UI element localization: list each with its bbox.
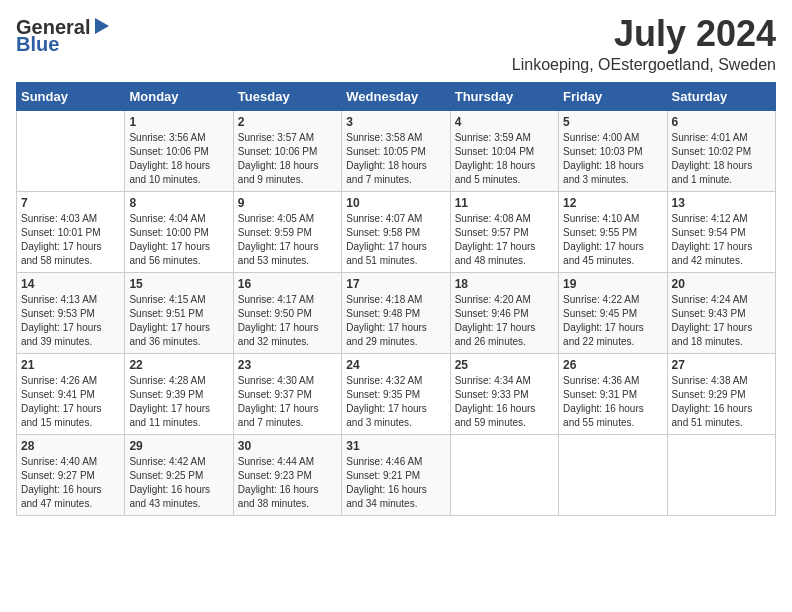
location-subtitle: Linkoeping, OEstergoetland, Sweden <box>512 56 776 74</box>
calendar-cell: 13Sunrise: 4:12 AMSunset: 9:54 PMDayligh… <box>667 192 775 273</box>
day-detail: Sunrise: 4:26 AMSunset: 9:41 PMDaylight:… <box>21 374 120 430</box>
calendar-cell <box>559 435 667 516</box>
day-detail: Sunrise: 4:12 AMSunset: 9:54 PMDaylight:… <box>672 212 771 268</box>
day-detail: Sunrise: 4:03 AMSunset: 10:01 PMDaylight… <box>21 212 120 268</box>
calendar-cell: 15Sunrise: 4:15 AMSunset: 9:51 PMDayligh… <box>125 273 233 354</box>
header-title-block: July 2024 Linkoeping, OEstergoetland, Sw… <box>512 16 776 74</box>
calendar-week-row: 28Sunrise: 4:40 AMSunset: 9:27 PMDayligh… <box>17 435 776 516</box>
calendar-cell: 1Sunrise: 3:56 AMSunset: 10:06 PMDayligh… <box>125 111 233 192</box>
day-detail: Sunrise: 4:17 AMSunset: 9:50 PMDaylight:… <box>238 293 337 349</box>
day-number: 22 <box>129 358 228 372</box>
calendar-cell: 27Sunrise: 4:38 AMSunset: 9:29 PMDayligh… <box>667 354 775 435</box>
day-detail: Sunrise: 4:00 AMSunset: 10:03 PMDaylight… <box>563 131 662 187</box>
svg-marker-0 <box>95 18 109 34</box>
day-detail: Sunrise: 4:20 AMSunset: 9:46 PMDaylight:… <box>455 293 554 349</box>
day-number: 11 <box>455 196 554 210</box>
day-detail: Sunrise: 4:30 AMSunset: 9:37 PMDaylight:… <box>238 374 337 430</box>
calendar-cell: 2Sunrise: 3:57 AMSunset: 10:06 PMDayligh… <box>233 111 341 192</box>
day-detail: Sunrise: 3:59 AMSunset: 10:04 PMDaylight… <box>455 131 554 187</box>
calendar-cell: 21Sunrise: 4:26 AMSunset: 9:41 PMDayligh… <box>17 354 125 435</box>
day-detail: Sunrise: 4:40 AMSunset: 9:27 PMDaylight:… <box>21 455 120 511</box>
calendar-cell: 9Sunrise: 4:05 AMSunset: 9:59 PMDaylight… <box>233 192 341 273</box>
day-detail: Sunrise: 4:18 AMSunset: 9:48 PMDaylight:… <box>346 293 445 349</box>
day-number: 1 <box>129 115 228 129</box>
month-year-title: July 2024 <box>512 16 776 52</box>
calendar-week-row: 14Sunrise: 4:13 AMSunset: 9:53 PMDayligh… <box>17 273 776 354</box>
col-header-tuesday: Tuesday <box>233 83 341 111</box>
calendar-week-row: 7Sunrise: 4:03 AMSunset: 10:01 PMDayligh… <box>17 192 776 273</box>
col-header-friday: Friday <box>559 83 667 111</box>
day-number: 2 <box>238 115 337 129</box>
calendar-cell: 20Sunrise: 4:24 AMSunset: 9:43 PMDayligh… <box>667 273 775 354</box>
day-detail: Sunrise: 3:57 AMSunset: 10:06 PMDaylight… <box>238 131 337 187</box>
day-number: 15 <box>129 277 228 291</box>
calendar-cell <box>450 435 558 516</box>
day-detail: Sunrise: 4:28 AMSunset: 9:39 PMDaylight:… <box>129 374 228 430</box>
day-number: 27 <box>672 358 771 372</box>
calendar-header-row: SundayMondayTuesdayWednesdayThursdayFrid… <box>17 83 776 111</box>
calendar-cell: 30Sunrise: 4:44 AMSunset: 9:23 PMDayligh… <box>233 435 341 516</box>
col-header-wednesday: Wednesday <box>342 83 450 111</box>
day-detail: Sunrise: 4:34 AMSunset: 9:33 PMDaylight:… <box>455 374 554 430</box>
day-detail: Sunrise: 4:32 AMSunset: 9:35 PMDaylight:… <box>346 374 445 430</box>
day-number: 24 <box>346 358 445 372</box>
day-number: 4 <box>455 115 554 129</box>
calendar-cell <box>17 111 125 192</box>
day-detail: Sunrise: 4:15 AMSunset: 9:51 PMDaylight:… <box>129 293 228 349</box>
calendar-cell: 22Sunrise: 4:28 AMSunset: 9:39 PMDayligh… <box>125 354 233 435</box>
calendar-week-row: 21Sunrise: 4:26 AMSunset: 9:41 PMDayligh… <box>17 354 776 435</box>
day-number: 30 <box>238 439 337 453</box>
day-number: 8 <box>129 196 228 210</box>
logo: General Blue <box>16 16 111 56</box>
day-detail: Sunrise: 4:04 AMSunset: 10:00 PMDaylight… <box>129 212 228 268</box>
day-number: 23 <box>238 358 337 372</box>
calendar-cell: 5Sunrise: 4:00 AMSunset: 10:03 PMDayligh… <box>559 111 667 192</box>
calendar-cell: 17Sunrise: 4:18 AMSunset: 9:48 PMDayligh… <box>342 273 450 354</box>
calendar-cell: 3Sunrise: 3:58 AMSunset: 10:05 PMDayligh… <box>342 111 450 192</box>
day-number: 7 <box>21 196 120 210</box>
day-number: 29 <box>129 439 228 453</box>
day-number: 21 <box>21 358 120 372</box>
day-number: 3 <box>346 115 445 129</box>
day-detail: Sunrise: 4:08 AMSunset: 9:57 PMDaylight:… <box>455 212 554 268</box>
calendar-cell: 8Sunrise: 4:04 AMSunset: 10:00 PMDayligh… <box>125 192 233 273</box>
day-number: 26 <box>563 358 662 372</box>
calendar-cell: 14Sunrise: 4:13 AMSunset: 9:53 PMDayligh… <box>17 273 125 354</box>
col-header-saturday: Saturday <box>667 83 775 111</box>
day-detail: Sunrise: 4:13 AMSunset: 9:53 PMDaylight:… <box>21 293 120 349</box>
calendar-cell: 19Sunrise: 4:22 AMSunset: 9:45 PMDayligh… <box>559 273 667 354</box>
day-detail: Sunrise: 3:58 AMSunset: 10:05 PMDaylight… <box>346 131 445 187</box>
day-detail: Sunrise: 4:22 AMSunset: 9:45 PMDaylight:… <box>563 293 662 349</box>
calendar-cell <box>667 435 775 516</box>
day-detail: Sunrise: 4:42 AMSunset: 9:25 PMDaylight:… <box>129 455 228 511</box>
calendar-week-row: 1Sunrise: 3:56 AMSunset: 10:06 PMDayligh… <box>17 111 776 192</box>
calendar-cell: 23Sunrise: 4:30 AMSunset: 9:37 PMDayligh… <box>233 354 341 435</box>
calendar-cell: 4Sunrise: 3:59 AMSunset: 10:04 PMDayligh… <box>450 111 558 192</box>
day-number: 19 <box>563 277 662 291</box>
calendar-cell: 26Sunrise: 4:36 AMSunset: 9:31 PMDayligh… <box>559 354 667 435</box>
day-number: 18 <box>455 277 554 291</box>
calendar-cell: 29Sunrise: 4:42 AMSunset: 9:25 PMDayligh… <box>125 435 233 516</box>
day-number: 20 <box>672 277 771 291</box>
logo-blue-text: Blue <box>16 33 59 56</box>
calendar-cell: 10Sunrise: 4:07 AMSunset: 9:58 PMDayligh… <box>342 192 450 273</box>
calendar-cell: 25Sunrise: 4:34 AMSunset: 9:33 PMDayligh… <box>450 354 558 435</box>
day-detail: Sunrise: 4:24 AMSunset: 9:43 PMDaylight:… <box>672 293 771 349</box>
day-number: 17 <box>346 277 445 291</box>
calendar-cell: 28Sunrise: 4:40 AMSunset: 9:27 PMDayligh… <box>17 435 125 516</box>
day-number: 13 <box>672 196 771 210</box>
day-number: 10 <box>346 196 445 210</box>
calendar-table: SundayMondayTuesdayWednesdayThursdayFrid… <box>16 82 776 516</box>
day-detail: Sunrise: 4:01 AMSunset: 10:02 PMDaylight… <box>672 131 771 187</box>
day-detail: Sunrise: 4:05 AMSunset: 9:59 PMDaylight:… <box>238 212 337 268</box>
calendar-cell: 24Sunrise: 4:32 AMSunset: 9:35 PMDayligh… <box>342 354 450 435</box>
day-number: 6 <box>672 115 771 129</box>
day-number: 31 <box>346 439 445 453</box>
calendar-cell: 11Sunrise: 4:08 AMSunset: 9:57 PMDayligh… <box>450 192 558 273</box>
day-number: 16 <box>238 277 337 291</box>
col-header-monday: Monday <box>125 83 233 111</box>
day-detail: Sunrise: 4:38 AMSunset: 9:29 PMDaylight:… <box>672 374 771 430</box>
day-number: 14 <box>21 277 120 291</box>
day-detail: Sunrise: 3:56 AMSunset: 10:06 PMDaylight… <box>129 131 228 187</box>
day-detail: Sunrise: 4:10 AMSunset: 9:55 PMDaylight:… <box>563 212 662 268</box>
